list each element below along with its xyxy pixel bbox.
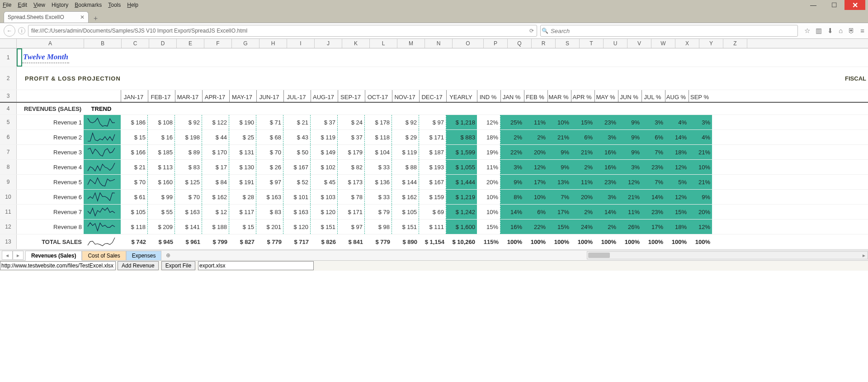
pct-cell[interactable]: 8% (500, 190, 524, 204)
value-cell[interactable]: $ 37 (338, 130, 365, 144)
value-cell[interactable]: $ 117 (229, 205, 256, 219)
row-header[interactable]: 6 (0, 130, 17, 144)
value-cell[interactable]: $ 44 (202, 130, 229, 144)
pct-cell[interactable]: 15% (571, 115, 594, 129)
value-cell[interactable]: $ 119 (392, 145, 419, 159)
value-cell[interactable]: $ 118 (121, 220, 148, 234)
pct-cell[interactable]: 9% (618, 145, 642, 159)
value-cell[interactable]: $ 141 (175, 220, 202, 234)
value-cell[interactable]: $ 171 (419, 130, 446, 144)
pct-cell[interactable]: 14% (665, 130, 689, 144)
pct-cell[interactable]: 17% (547, 205, 571, 219)
value-cell[interactable]: $ 163 (283, 205, 311, 219)
pct-cell[interactable]: 20% (571, 190, 594, 204)
value-cell[interactable]: $ 173 (338, 175, 365, 189)
yearly-cell[interactable]: $ 1,219 (446, 190, 477, 204)
pct-cell[interactable]: 14% (500, 205, 524, 219)
pct-cell[interactable]: 23% (594, 115, 618, 129)
column-header[interactable]: Z (723, 39, 747, 48)
row-header[interactable]: 7 (0, 145, 17, 159)
column-header[interactable]: Y (699, 39, 723, 48)
star-icon[interactable]: ☆ (804, 27, 810, 35)
value-cell[interactable]: $ 50 (283, 145, 311, 159)
value-cell[interactable]: $ 105 (121, 205, 148, 219)
pct-cell[interactable]: 9% (547, 160, 571, 174)
value-cell[interactable]: $ 92 (392, 115, 419, 129)
pct-cell[interactable]: 17% (524, 175, 547, 189)
value-cell[interactable]: $ 185 (148, 145, 175, 159)
pct-cell[interactable]: 23% (642, 205, 665, 219)
active-cell[interactable] (17, 48, 22, 67)
pocket-icon[interactable]: ⛨ (848, 27, 855, 35)
select-all-corner[interactable] (0, 39, 17, 48)
ind-pct-cell[interactable]: 18% (477, 130, 500, 144)
pct-cell[interactable]: 12% (665, 190, 689, 204)
value-cell[interactable]: $ 17 (202, 160, 229, 174)
pct-cell[interactable]: 2% (571, 160, 594, 174)
value-cell[interactable]: $ 101 (283, 190, 311, 204)
value-cell[interactable]: $ 78 (338, 190, 365, 204)
pct-cell[interactable]: 25% (500, 115, 524, 129)
value-cell[interactable]: $ 188 (202, 220, 229, 234)
column-header[interactable]: O (453, 39, 484, 48)
value-cell[interactable]: $ 24 (338, 115, 365, 129)
column-header[interactable]: Q (508, 39, 532, 48)
window-maximize-button[interactable]: ☐ (824, 0, 844, 10)
row-header[interactable]: 9 (0, 175, 17, 189)
value-cell[interactable]: $ 97 (338, 220, 365, 234)
window-close-button[interactable]: ✕ (844, 0, 865, 10)
pct-cell[interactable]: 21% (689, 175, 712, 189)
value-cell[interactable]: $ 61 (121, 190, 148, 204)
value-cell[interactable]: $ 167 (419, 175, 446, 189)
pct-cell[interactable]: 2% (524, 130, 547, 144)
sheet-nav-prev[interactable]: ◄ (2, 251, 13, 260)
ind-pct-cell[interactable]: 11% (477, 160, 500, 174)
scroll-thumb[interactable] (588, 253, 610, 258)
value-cell[interactable]: $ 25 (229, 130, 256, 144)
value-cell[interactable]: $ 98 (365, 220, 392, 234)
yearly-cell[interactable]: $ 1,055 (446, 160, 477, 174)
value-cell[interactable]: $ 120 (311, 205, 338, 219)
pct-cell[interactable]: 12% (665, 160, 689, 174)
sheet-nav-next[interactable]: ► (13, 251, 24, 260)
column-header[interactable]: N (425, 39, 453, 48)
value-cell[interactable]: $ 68 (256, 130, 283, 144)
column-header[interactable]: K (342, 39, 370, 48)
value-cell[interactable]: $ 26 (256, 160, 283, 174)
value-cell[interactable]: $ 167 (283, 160, 311, 174)
value-cell[interactable]: $ 159 (419, 190, 446, 204)
sheet-tab-revenues[interactable]: Revenues (Sales) (25, 251, 82, 261)
value-cell[interactable]: $ 29 (392, 130, 419, 144)
column-header[interactable]: E (177, 39, 204, 48)
menu-tools[interactable]: Tools (108, 2, 121, 8)
value-cell[interactable]: $ 21 (121, 160, 148, 174)
value-cell[interactable]: $ 178 (365, 115, 392, 129)
value-cell[interactable]: $ 149 (311, 145, 338, 159)
pct-cell[interactable]: 10% (547, 115, 571, 129)
pct-cell[interactable]: 12% (689, 220, 712, 234)
pct-cell[interactable]: 9% (500, 175, 524, 189)
pct-cell[interactable]: 21% (571, 145, 594, 159)
hamburger-icon[interactable]: ≡ (860, 27, 864, 35)
value-cell[interactable]: $ 111 (419, 220, 446, 234)
value-cell[interactable]: $ 105 (392, 205, 419, 219)
sheet-tab-cost[interactable]: Cost of Sales (82, 251, 126, 261)
yearly-cell[interactable]: $ 1,599 (446, 145, 477, 159)
menu-view[interactable]: View (33, 2, 45, 8)
pct-cell[interactable]: 15% (547, 220, 571, 234)
menu-history[interactable]: History (52, 2, 68, 8)
value-cell[interactable]: $ 171 (338, 205, 365, 219)
menu-file[interactable]: File (3, 2, 11, 8)
value-cell[interactable]: $ 170 (202, 145, 229, 159)
pct-cell[interactable]: 13% (547, 175, 571, 189)
yearly-cell[interactable]: $ 1,218 (446, 115, 477, 129)
column-header[interactable]: R (532, 39, 556, 48)
ind-pct-cell[interactable]: 15% (477, 220, 500, 234)
value-cell[interactable]: $ 120 (283, 220, 311, 234)
value-cell[interactable]: $ 15 (121, 130, 148, 144)
export-file-button[interactable]: Export File (161, 261, 195, 270)
column-header[interactable]: M (397, 39, 425, 48)
column-header[interactable]: U (604, 39, 627, 48)
pct-cell[interactable]: 14% (642, 190, 665, 204)
column-header[interactable]: B (84, 39, 122, 48)
